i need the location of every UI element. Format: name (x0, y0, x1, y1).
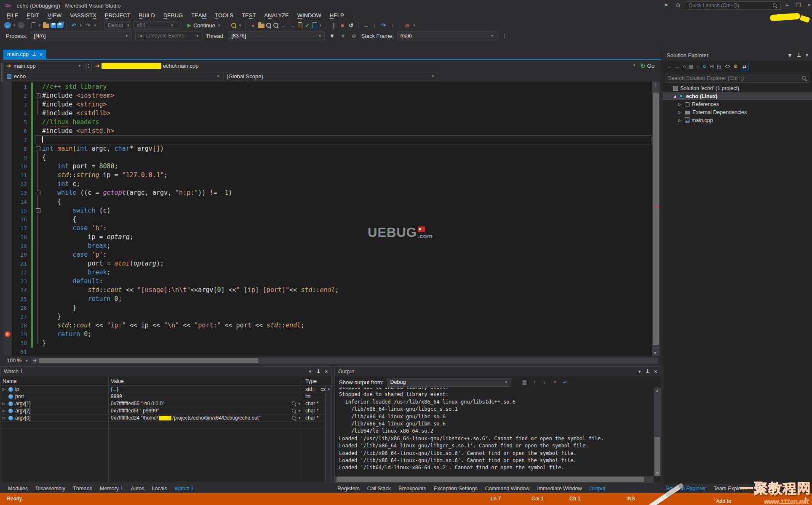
column-type[interactable]: Type (303, 378, 326, 384)
value-visualizer-button[interactable]: ▼ (291, 415, 301, 421)
split-editor-grip-icon[interactable]: ┼ (653, 82, 659, 88)
status-expand-icon[interactable]: ▲ (804, 496, 808, 500)
continue-button[interactable]: ▶Continue▼ (184, 21, 224, 30)
dropdown-caret-icon[interactable]: ▼ (12, 24, 16, 27)
panel-tab-solution-explorer[interactable]: Solution Explorer (662, 486, 710, 492)
code-line-28[interactable]: 28 std::cout << "ip:" << ip << "\n" << "… (3, 321, 652, 330)
code-line-5[interactable]: 5//linux headers (3, 118, 652, 127)
code-line-25[interactable]: 25 return 0; (3, 295, 652, 303)
code-line-3[interactable]: 3#include <string> (3, 100, 652, 109)
menu-item-vassistx[interactable]: VASSISTX (66, 11, 101, 20)
solution-explorer-search-input[interactable]: Search Solution Explorer (Ctrl+;) (665, 74, 810, 83)
watch-name-cell[interactable]: ▷ip (0, 386, 108, 392)
quick-launch-input[interactable]: Quick Launch (Ctrl+Q) (686, 1, 781, 10)
code-line-27[interactable]: 27 } (3, 312, 652, 321)
properties-icon[interactable]: ▤ (717, 64, 721, 69)
refresh-icon[interactable]: ↻ (702, 64, 707, 69)
navigate-back-icon[interactable]: ← (667, 64, 672, 69)
nav-caret-icon[interactable]: ▼ (633, 64, 636, 67)
window-position-icon[interactable]: ▼ (638, 369, 641, 374)
watch-name-cell[interactable]: ▷argv[2] (0, 408, 108, 414)
editor-horizontal-scrollbar[interactable]: ◀ (32, 358, 658, 364)
watch-row-port[interactable]: port9999int (0, 393, 331, 400)
pending-changes-filter-icon[interactable]: ◌ (697, 64, 700, 69)
code-line-23[interactable]: 23 default: (3, 277, 652, 286)
watch-row-argv[0][interactable]: ▷argv[0]0x7fffffffed24 "/home//projects/… (0, 415, 331, 422)
fold-collapse-icon[interactable]: - (36, 93, 40, 98)
save-icon[interactable] (51, 23, 56, 28)
menu-item-project[interactable]: PROJECT (101, 11, 135, 20)
word-wrap-icon[interactable]: ↵ (561, 379, 569, 385)
navigate-next-icon[interactable]: → (289, 21, 296, 29)
fold-collapse-icon[interactable]: - (36, 191, 40, 195)
code-line-13[interactable]: 13- while ((c = getopt(argc, argv, "h:p:… (3, 189, 652, 197)
code-line-20[interactable]: 20 case 'p': (3, 250, 652, 259)
code-line-21[interactable]: 21 port = atoi(optarg); (3, 259, 652, 268)
notifications-flag-icon[interactable]: ⚑ (664, 3, 668, 8)
menu-item-team[interactable]: TEAM (187, 11, 211, 20)
open-file-icon[interactable] (43, 24, 49, 28)
menu-item-file[interactable]: FILE (3, 11, 22, 20)
collapse-all-icon[interactable]: ⊟ (710, 64, 714, 69)
close-icon[interactable]: × (805, 52, 809, 58)
find-in-files-icon[interactable] (266, 22, 272, 28)
code-line-7[interactable]: 7 (3, 136, 652, 144)
thread-combo[interactable]: [8376]▼ (228, 32, 325, 40)
code-line-9[interactable]: 9{ (3, 153, 652, 162)
disable-breakpoints-icon[interactable]: ⊘ (403, 21, 411, 29)
watch-row-ip[interactable]: ▷ip{...}std::__cx (0, 386, 331, 393)
tab-close-icon[interactable]: × (40, 51, 43, 58)
sync-with-active-document-icon[interactable]: ⇄ (741, 63, 748, 70)
dropdown-caret-icon[interactable]: ▼ (412, 24, 417, 27)
tab-autos[interactable]: Autos (127, 486, 148, 492)
code-line-18[interactable]: 18 ip = optarg; (3, 233, 652, 242)
insert-file-icon[interactable] (298, 22, 302, 28)
go-button[interactable]: ↻ Go (640, 61, 654, 70)
preview-code-icon[interactable]: <> (724, 64, 730, 69)
dropdown-caret-icon[interactable]: ▼ (238, 24, 242, 27)
process-combo[interactable]: [N/A]▼ (31, 32, 132, 40)
tree-item-solution-echo-1-project-[interactable]: Solution 'echo' (1 project) (663, 84, 812, 92)
navigate-prev-icon[interactable]: ← (280, 21, 288, 29)
feedback-icon[interactable]: ☊ (676, 3, 680, 8)
previous-message-icon[interactable]: ↑ (531, 379, 539, 385)
menu-item-help[interactable]: HELP (326, 11, 348, 20)
code-line-1[interactable]: 1//c++ std library (3, 82, 652, 91)
watch-row-argv[2][interactable]: ▷argv[2]0x7fffffffed5f "-p9999"▼char * (0, 407, 331, 415)
expand-icon[interactable]: ▷ (3, 416, 6, 420)
panel-tab-team-explorer[interactable]: Team Explorer (710, 486, 751, 492)
tab-memory-1[interactable]: Memory 1 (96, 486, 127, 492)
step-over-icon[interactable]: ↷ (380, 21, 387, 29)
code-line-14[interactable]: 14 { (3, 197, 652, 206)
tab-breakpoints[interactable]: Breakpoints (395, 486, 430, 492)
collapsed-arrow-icon[interactable]: ▷ (678, 110, 683, 114)
code-line-10[interactable]: 10 int port = 8080; (3, 162, 652, 171)
tree-item-external-dependencies[interactable]: ▷External Dependencies (663, 108, 812, 116)
add-to-source-control-button[interactable]: ↑ Add to Source Control (713, 496, 716, 502)
breakpoint-current-statement-icon[interactable] (5, 331, 11, 337)
tab-output[interactable]: Output (586, 486, 609, 492)
menu-item-debug[interactable]: DEBUG (159, 11, 187, 20)
clear-all-icon[interactable]: × (551, 379, 559, 385)
restart-icon[interactable]: ↺ (347, 21, 355, 29)
code-line-8[interactable]: 8-int main(int argc, char* argv[]) (3, 144, 652, 153)
wrench-icon[interactable]: ⚙ (733, 64, 738, 69)
dropdown-caret-icon[interactable]: ▼ (79, 24, 83, 27)
scrollbar-thumb[interactable] (653, 93, 659, 345)
output-panel-title[interactable]: Output ▼× (335, 367, 661, 377)
code-line-2[interactable]: 2-#include <iostream> (3, 91, 652, 100)
collapsed-arrow-icon[interactable]: ▷ (678, 102, 683, 106)
code-line-12[interactable]: 12 int c; (3, 180, 652, 189)
toolbar-overflow-icon[interactable]: ⋮ (501, 32, 508, 40)
next-message-icon[interactable]: ↓ (541, 379, 549, 385)
file-scope-combo[interactable]: echo ▼ (3, 72, 223, 81)
scrollbar-thumb[interactable] (39, 358, 258, 363)
tree-item-main-cpp[interactable]: ▷main.cpp (663, 116, 812, 124)
close-icon[interactable]: × (654, 368, 657, 375)
dropdown-caret-icon[interactable]: ▼ (93, 24, 97, 27)
spell-check-icon[interactable]: ✓ (304, 21, 311, 29)
stop-icon[interactable]: ■ (339, 21, 346, 29)
expand-icon[interactable]: ▷ (3, 409, 6, 413)
nav-file-combo[interactable]: ➜ main.cpp ▼ (3, 61, 84, 70)
pin-icon[interactable] (646, 369, 650, 374)
